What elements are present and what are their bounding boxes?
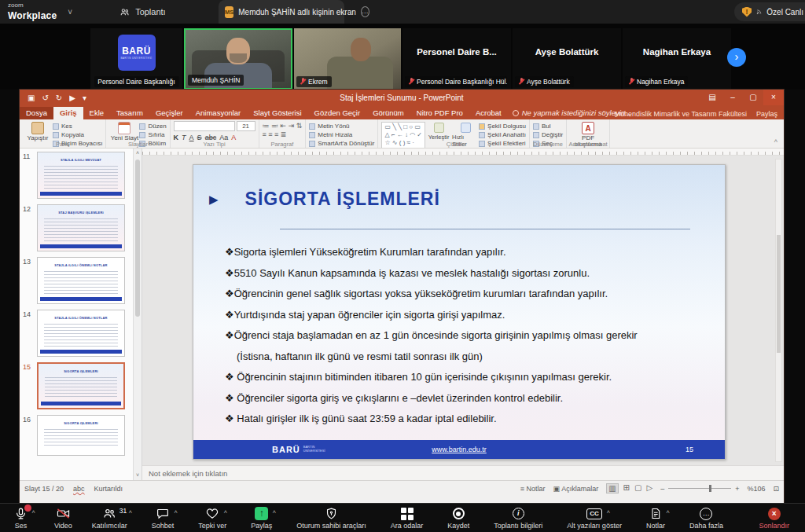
next-participants-button[interactable]: › [727,48,746,67]
zoom-slider-track[interactable] [668,488,731,489]
participant-tile[interactable]: Personel Daire B... Personel Daire Başka… [402,28,511,90]
tab-nitro-pdf[interactable]: Nitro PDF Pro [410,107,469,119]
slide-thumbnail[interactable]: 16 SİGORTA İŞLEMLERİ [23,415,142,456]
tab-meeting[interactable]: Toplantı [119,7,166,17]
copy-button[interactable]: Kopyala [53,131,102,138]
tab-ekle[interactable]: Ekle [83,107,110,119]
thumbnail-scrollbar[interactable]: ˄ ˅ [133,149,142,480]
restore-button[interactable]: ▢ [743,90,763,105]
replace-button[interactable]: Değiştir [533,131,563,138]
zoom-in-button[interactable]: + [735,485,739,493]
new-slide-button[interactable]: Yeni Slayt [109,121,139,141]
tab-gecisler[interactable]: Geçişler [149,107,189,119]
shape-fill-button[interactable]: Şekil Dolgusu [479,123,526,130]
view-sorter-button[interactable]: ⊞ [623,483,630,493]
participant-tile-logo[interactable]: BARÜ BARTIN ÜNİVERSİTESİ Personel Daire … [90,28,182,90]
zoom-slider[interactable]: – + [660,485,739,493]
zoom-slider-knob[interactable] [709,485,711,492]
view-slideshow-button[interactable]: ▷ [646,483,652,493]
reactions-button[interactable]: ˄ Tepki ver [197,507,228,530]
chevron-up-icon[interactable]: ˄ [273,508,277,515]
fit-to-window-button[interactable]: ⊡ [773,485,779,493]
slide-thumbnail-panel[interactable]: 11 STAJLA İLGİLİ MEVZUAT 12 STAJ BAŞVURU… [20,149,142,480]
slide-canvas[interactable]: ▶ SİGORTA İŞLEMLERİ ❖Sigorta işlemleri Y… [193,164,726,460]
slide-thumbnail[interactable]: 12 STAJ BAŞVURU İŞLEMLERİ [23,204,142,251]
cut-button[interactable]: Kes [53,123,102,130]
ppt-title-bar[interactable]: ▣ ↺ ↻ ▶ ▾ Staj İşlemleri Sunumu - PowerP… [20,90,784,105]
shape-outline-button[interactable]: Şekil Anahattı [479,131,526,138]
arrange-button[interactable]: Yerleştir [425,121,452,141]
chevron-up-icon[interactable]: ˄ [666,508,670,515]
notes-toggle[interactable]: ≡ Notlar [520,485,546,493]
audio-button[interactable]: ˄ Ses [13,507,29,530]
tab-dosya[interactable]: Dosya [20,107,53,119]
layout-button[interactable]: Düzen [139,123,166,130]
meeting-info-button[interactable]: i Toplantı bilgileri [492,507,544,530]
scrollbar-thumb[interactable] [777,235,781,353]
notes-pane[interactable]: Not eklemek için tıklatın [142,465,784,480]
chevron-up-icon[interactable]: ˄ [224,508,228,515]
find-button[interactable]: Bul [533,123,563,130]
breakout-rooms-button[interactable]: Ara odalar [389,507,425,530]
slide-thumbnail[interactable]: 11 STAJLA İLGİLİ MEVZUAT [23,152,142,199]
video-button[interactable]: Video [53,507,74,530]
view-reading-button[interactable]: ▢ [634,483,641,493]
tab-options-icon[interactable]: … [361,6,369,17]
chevron-up-icon[interactable]: ˄ [606,508,610,515]
participant-tile-active-speaker[interactable]: Memduh ŞAHİN [184,28,292,90]
align-buttons[interactable]: ≡ ≡ ≡ ≣ [263,130,287,138]
tab-acrobat[interactable]: Acrobat [469,107,508,119]
align-text-button[interactable]: Metni Hizala [309,131,374,138]
tab-tasarim[interactable]: Tasarım [110,107,149,119]
participant-tile[interactable]: Nagihan Erkaya Nagihan Erkaya [623,28,731,90]
notes-button[interactable]: ˄ Notlar [645,507,667,530]
live-stream-badge[interactable]: Özel Canlı [734,2,805,21]
close-button[interactable]: × [763,90,784,105]
slide-thumbnail[interactable]: 14 STAJLA İLGİLİ ÖNEMLİ NOTLAR [23,310,142,357]
share-button[interactable]: Paylaş [756,110,777,118]
collapse-ribbon-button[interactable]: ^ [768,138,784,148]
participant-tile[interactable]: Ayşe Bolattürk Ayşe Bolattürk [513,28,621,90]
scroll-up-icon[interactable]: ˄ [134,149,142,158]
save-button[interactable]: ▣ [28,94,35,102]
comments-toggle[interactable]: ▣ Açıklamalar [553,485,599,493]
participant-tile[interactable]: Ekrem [294,28,401,90]
redo-button[interactable]: ↻ [56,94,62,102]
tab-slayt-gosterisi[interactable]: Slayt Gösterisi [247,107,307,119]
chevron-down-icon[interactable]: ˅ [68,8,72,17]
tab-giris[interactable]: Giriş [53,107,83,119]
chat-button[interactable]: ˄ Sohbet [150,507,176,530]
qat-customize-button[interactable]: ▾ [83,94,86,102]
host-tools-button[interactable]: Oturum sahibi araçları [295,507,368,530]
tell-me-box[interactable]: Ne yapmak istediğinizi söyleyin... [513,108,631,119]
tab-animasyonlar[interactable]: Animasyonlar [189,107,248,119]
participants-button[interactable]: 31 ˄ Katılımcılar [90,507,129,530]
undo-button[interactable]: ↺ [42,94,48,102]
tab-gorunum[interactable]: Görünüm [366,107,410,119]
scrollbar-thumb[interactable] [135,160,140,317]
chevron-up-icon[interactable]: ˄ [128,508,132,515]
share-screen-button[interactable]: ↑ ˄ Paylaş [249,507,274,530]
text-direction-button[interactable]: Metin Yönü [309,123,374,130]
slide-thumbnail[interactable]: 13 STAJLA İLGİLİ ÖNEMLİ NOTLAR [23,257,142,304]
reset-button[interactable]: Sıfırla [139,131,166,138]
view-normal-button[interactable]: ▥ [606,483,618,493]
scroll-down-icon[interactable]: ˅ [134,471,142,480]
paste-button[interactable]: Yapıştır [23,121,53,141]
tab-gozden-gecir[interactable]: Gözden Geçir [308,107,367,119]
tab-screen-share[interactable]: MS Memduh ŞAHİN adlı kişinin ekran … [219,0,344,24]
zoom-level[interactable]: %106 [747,485,765,493]
zoom-out-button[interactable]: – [660,485,664,493]
start-slideshow-button[interactable]: ▶ [69,94,75,102]
smartart-button[interactable]: SmartArt'a Dönüştür [309,140,374,147]
more-button[interactable]: … Daha fazla [688,507,725,530]
end-meeting-button[interactable]: × Sonlandır [757,507,791,530]
font-name-combobox[interactable] [174,121,235,131]
minimize-button[interactable]: – [722,90,743,105]
font-size-combobox[interactable]: 21 [237,121,255,131]
editor-scrollbar[interactable] [775,159,782,462]
record-button[interactable]: Kaydet [446,507,471,530]
chevron-up-icon[interactable]: ˄ [174,508,178,515]
bullet-list-button[interactable]: ≔ ≕ ⇤ ⇥ ⇅ [263,122,303,130]
chevron-up-icon[interactable]: ˄ [31,508,35,515]
